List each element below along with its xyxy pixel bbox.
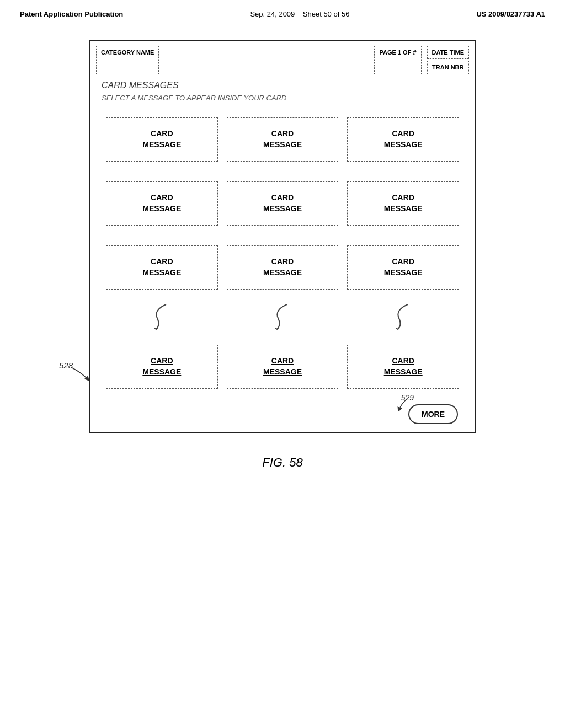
title-text: CARD MESSAGES	[102, 81, 179, 90]
card-grid-row3: CARDMESSAGE CARDMESSAGE CARDMESSAGE	[90, 235, 475, 299]
card-item-9-label: CARDMESSAGE	[384, 256, 423, 278]
header-spacer	[164, 46, 369, 74]
category-name-box: CATEGORY NAME	[96, 46, 159, 74]
card-item-1-label: CARDMESSAGE	[142, 129, 181, 150]
category-name-label: CATEGORY NAME	[101, 49, 154, 56]
page-label: PAGE 1 OF #	[379, 49, 416, 56]
card-item-9[interactable]: CARDMESSAGE	[347, 245, 459, 290]
card-item-11[interactable]: CARDMESSAGE	[227, 345, 339, 389]
card-item-12[interactable]: CARDMESSAGE	[347, 345, 459, 389]
sheet-info: Sheet 50 of 56	[303, 10, 350, 18]
card-item-2[interactable]: CARDMESSAGE	[227, 117, 339, 162]
card-item-6-label: CARDMESSAGE	[384, 192, 423, 214]
screen-header: CATEGORY NAME PAGE 1 OF # DATE TIME TRAN…	[90, 41, 475, 77]
card-item-2-label: CARDMESSAGE	[263, 129, 302, 150]
card-item-7[interactable]: CARDMESSAGE	[106, 245, 218, 290]
card-item-6[interactable]: CARDMESSAGE	[347, 181, 459, 226]
scroll-arrow-2	[222, 301, 343, 334]
card-item-4-label: CARDMESSAGE	[142, 192, 181, 214]
screen-frame: CATEGORY NAME PAGE 1 OF # DATE TIME TRAN…	[89, 40, 476, 433]
card-grid-row2: CARDMESSAGE CARDMESSAGE CARDMESSAGE	[90, 172, 475, 235]
card-item-5[interactable]: CARDMESSAGE	[227, 181, 339, 226]
tran-nbr-label: TRAN NBR	[432, 64, 463, 71]
publication-label: Patent Application Publication	[20, 10, 123, 18]
annotation-529-arrow	[396, 398, 413, 411]
card-item-3-label: CARDMESSAGE	[384, 129, 423, 150]
patent-number: US 2009/0237733 A1	[476, 10, 545, 18]
publication-info: Sep. 24, 2009 Sheet 50 of 56	[250, 10, 349, 18]
card-grid-row1: CARDMESSAGE CARDMESSAGE CARDMESSAGE	[90, 108, 475, 172]
card-item-3[interactable]: CARDMESSAGE	[347, 117, 459, 162]
more-area: 529 MORE	[90, 399, 475, 432]
scroll-arrow-row	[90, 301, 475, 334]
pub-date: Sep. 24, 2009	[250, 10, 295, 18]
screen-title: CARD MESSAGES	[90, 77, 475, 92]
patent-header: Patent Application Publication Sep. 24, …	[0, 0, 565, 24]
card-item-8[interactable]: CARDMESSAGE	[227, 245, 339, 290]
tran-nbr-box: TRAN NBR	[427, 61, 469, 74]
card-item-5-label: CARDMESSAGE	[263, 192, 302, 214]
scroll-arrow-3	[343, 301, 463, 334]
subtitle-text: SELECT A MESSAGE TO APPEAR INSIDE YOUR C…	[102, 94, 286, 102]
card-item-4[interactable]: CARDMESSAGE	[106, 181, 218, 226]
date-time-label: DATE TIME	[432, 49, 464, 56]
date-time-box: DATE TIME	[427, 46, 469, 59]
card-item-10-label: CARDMESSAGE	[142, 356, 181, 377]
card-item-7-label: CARDMESSAGE	[142, 256, 181, 278]
diagram-area: 528 CATEGORY NAME PAGE 1 OF # DATE TIME	[89, 40, 476, 433]
figure-label: FIG. 58	[0, 456, 565, 470]
card-item-10[interactable]: CARDMESSAGE	[106, 345, 218, 389]
card-item-12-label: CARDMESSAGE	[384, 356, 423, 377]
card-item-1[interactable]: CARDMESSAGE	[106, 117, 218, 162]
card-item-11-label: CARDMESSAGE	[263, 356, 302, 377]
card-grid-row4: CARDMESSAGE CARDMESSAGE CARDMESSAGE	[90, 335, 475, 399]
page-box: PAGE 1 OF #	[374, 46, 421, 74]
screen-subtitle: SELECT A MESSAGE TO APPEAR INSIDE YOUR C…	[90, 92, 475, 108]
card-item-8-label: CARDMESSAGE	[263, 256, 302, 278]
scroll-arrow-1	[102, 301, 222, 334]
more-button[interactable]: MORE	[408, 404, 458, 424]
